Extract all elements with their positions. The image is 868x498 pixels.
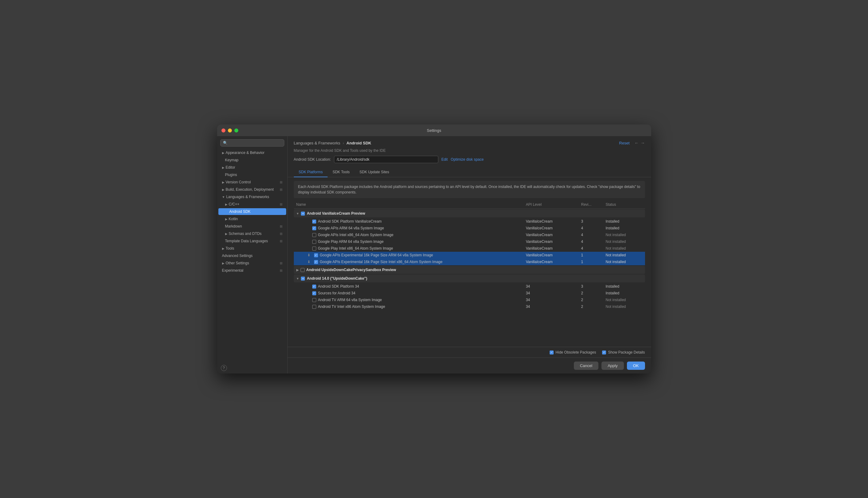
expand-icon: ▶	[225, 232, 227, 236]
back-button[interactable]: ←	[635, 141, 639, 145]
row-name: Google Play ARM 64 v8a System Image	[318, 239, 384, 244]
sidebar-item-experimental[interactable]: Experimental ⊞	[219, 267, 286, 274]
maximize-button[interactable]	[234, 129, 238, 132]
table-row[interactable]: Google APIs ARM 64 v8a System Image Vani…	[294, 225, 645, 232]
table-row[interactable]: Google Play ARM 64 v8a System Image Vani…	[294, 238, 645, 245]
footer-checkboxes: Hide Obsolete Packages Show Package Deta…	[550, 350, 645, 354]
sidebar-item-version-control[interactable]: ▶ Version Control ⊞	[219, 179, 286, 185]
sidebar-item-markdown[interactable]: Markdown ⊞	[219, 223, 286, 230]
hide-obsolete-checkbox[interactable]	[550, 351, 554, 354]
row-rev: 1	[581, 253, 606, 257]
table-row[interactable]: Android TV Intel x86 Atom System Image 3…	[294, 303, 645, 310]
expand-icon: ▶	[225, 218, 227, 221]
row-name: Android TV Intel x86 Atom System Image	[318, 304, 385, 309]
table-row[interactable]: Google APIs Intel x86_64 Atom System Ima…	[294, 232, 645, 238]
row-status: Not installed	[606, 260, 643, 264]
sdk-location-input[interactable]	[334, 156, 438, 163]
folder-icon: ⊞	[280, 239, 282, 243]
help-button[interactable]: ?	[221, 365, 227, 371]
table-row[interactable]: ⬇ Google APIs Experimental 16k Page Size…	[294, 259, 645, 265]
row-checkbox[interactable]	[312, 291, 316, 295]
row-checkbox[interactable]	[312, 298, 316, 302]
show-package-details-item: Show Package Details	[602, 350, 645, 354]
table-area[interactable]: Name API Level Revi... Status ▼ Android …	[294, 200, 645, 347]
sidebar-item-cpp[interactable]: ▶ C/C++ ⊞	[219, 201, 286, 208]
row-name: Android TV ARM 64 v8a System Image	[318, 298, 382, 302]
apply-button[interactable]: Apply	[602, 362, 624, 370]
sidebar-item-languages-frameworks[interactable]: ▼ Languages & Frameworks	[219, 194, 286, 200]
table-row[interactable]: Google Play Intel x86_64 Atom System Ima…	[294, 245, 645, 252]
ok-button[interactable]: OK	[627, 362, 645, 370]
sidebar-item-label: Keymap	[225, 158, 239, 162]
search-box[interactable]: 🔍	[220, 139, 284, 147]
row-checkbox[interactable]	[312, 285, 316, 289]
tab-sdk-update-sites[interactable]: SDK Update Sites	[355, 168, 394, 177]
row-checkbox[interactable]	[312, 305, 316, 309]
tab-sdk-platforms[interactable]: SDK Platforms	[294, 168, 328, 177]
folder-icon: ⊞	[280, 224, 282, 228]
sdk-location-row: Android SDK Location: Edit Optimize disk…	[288, 156, 651, 168]
sidebar-item-tools[interactable]: ▶ Tools	[219, 245, 286, 252]
search-input[interactable]	[229, 141, 281, 145]
edit-button[interactable]: Edit	[442, 157, 448, 161]
sidebar-item-build-execution[interactable]: ▶ Build, Execution, Deployment ⊞	[219, 186, 286, 193]
table-row[interactable]: Android TV ARM 64 v8a System Image 34 2 …	[294, 297, 645, 303]
minimize-button[interactable]	[228, 129, 232, 132]
sidebar-item-keymap[interactable]: Keymap	[219, 157, 286, 163]
row-name: Google APIs Intel x86_64 Atom System Ima…	[318, 233, 394, 237]
reset-button[interactable]: Reset	[619, 141, 630, 145]
folder-icon: ⊞	[280, 180, 282, 184]
table-row[interactable]: Sources for Android 34 34 2 Installed	[294, 290, 645, 297]
sidebar-item-label: Version Control	[226, 180, 251, 184]
sidebar-item-label: C/C++	[229, 202, 239, 206]
sidebar-item-label: Build, Execution, Deployment	[226, 187, 274, 192]
row-status: Not installed	[606, 233, 643, 237]
row-checkbox[interactable]	[312, 247, 316, 250]
sidebar-item-plugins[interactable]: Plugins	[219, 171, 286, 178]
sidebar-item-schemas-dtds[interactable]: ▶ Schemas and DTDs ⊞	[219, 230, 286, 237]
row-rev: 2	[581, 304, 606, 309]
sidebar-item-kotlin[interactable]: ▶ Kotlin	[219, 215, 286, 222]
group-upside-down-sandbox[interactable]: ▶ Android UpsideDownCakePrivacySandbox P…	[294, 266, 645, 274]
group-checkbox[interactable]	[301, 212, 305, 215]
breadcrumb-parent: Languages & Frameworks	[294, 141, 340, 145]
group-android-14[interactable]: ▼ Android 14.0 ("UpsideDownCake")	[294, 274, 645, 283]
sidebar-item-label: Advanced Settings	[222, 253, 253, 258]
settings-window: Settings 🔍 ▶ Appearance & Behavior Keyma…	[217, 124, 651, 374]
row-checkbox[interactable]	[314, 253, 318, 257]
sidebar-item-editor[interactable]: ▶ Editor	[219, 164, 286, 171]
group-vanilla-ice-cream[interactable]: ▼ Android VanillaIceCream Preview	[294, 209, 645, 218]
row-rev: 3	[581, 284, 606, 289]
row-checkbox[interactable]	[312, 226, 316, 230]
folder-icon: ⊞	[280, 268, 282, 273]
expand-icon: ▶	[222, 188, 224, 191]
row-status: Installed	[606, 219, 643, 224]
sdk-description: Manager for the Android SDK and Tools us…	[288, 148, 651, 156]
optimize-disk-button[interactable]: Optimize disk space	[451, 157, 484, 161]
row-checkbox[interactable]	[312, 220, 316, 224]
show-package-details-checkbox[interactable]	[602, 351, 606, 354]
sidebar-item-appearance[interactable]: ▶ Appearance & Behavior	[219, 149, 286, 156]
forward-button[interactable]: →	[641, 141, 645, 145]
row-checkbox[interactable]	[312, 233, 316, 237]
col-api-level: API Level	[526, 202, 581, 207]
table-row[interactable]: Android SDK Platform 34 34 3 Installed	[294, 283, 645, 290]
group-checkbox[interactable]	[301, 268, 305, 272]
folder-icon: ⊞	[280, 232, 282, 236]
close-button[interactable]	[222, 129, 225, 132]
table-row[interactable]: ⬇ Google APIs Experimental 16k Page Size…	[294, 252, 645, 259]
group-checkbox[interactable]	[301, 277, 305, 280]
row-checkbox[interactable]	[312, 240, 316, 244]
sidebar-item-label: Schemas and DTDs	[229, 232, 262, 236]
sidebar-item-advanced-settings[interactable]: Advanced Settings	[219, 252, 286, 259]
folder-icon: ⊞	[280, 188, 282, 192]
col-name: Name	[296, 202, 526, 207]
sidebar-item-template-data[interactable]: Template Data Languages ⊞	[219, 238, 286, 245]
sidebar-item-other-settings[interactable]: ▶ Other Settings ⊞	[219, 260, 286, 266]
cancel-button[interactable]: Cancel	[574, 362, 599, 370]
sidebar-item-android-sdk[interactable]: Android SDK	[219, 208, 286, 215]
table-row[interactable]: Android SDK Platform VanillaIceCream Van…	[294, 218, 645, 225]
row-name: Google APIs Experimental 16k Page Size I…	[320, 260, 443, 264]
tab-sdk-tools[interactable]: SDK Tools	[328, 168, 355, 177]
row-checkbox[interactable]	[314, 260, 318, 264]
